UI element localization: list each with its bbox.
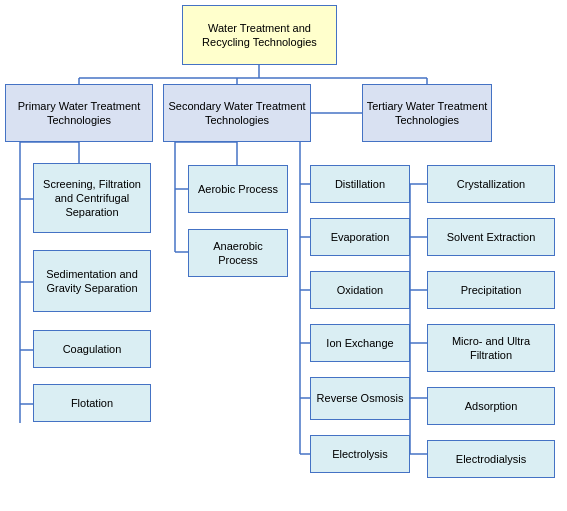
node-adsorption: Adsorption: [427, 387, 555, 425]
node-root: Water Treatment and Recycling Technologi…: [182, 5, 337, 65]
node-reverse-osmosis: Reverse Osmosis: [310, 377, 410, 420]
node-precipitation: Precipitation: [427, 271, 555, 309]
node-oxidation: Oxidation: [310, 271, 410, 309]
node-primary: Primary Water Treatment Technologies: [5, 84, 153, 142]
node-ion-exchange: Ion Exchange: [310, 324, 410, 362]
chart-container: Water Treatment and Recycling Technologi…: [0, 0, 567, 511]
node-distillation: Distillation: [310, 165, 410, 203]
node-microfiltration: Micro- and Ultra Filtration: [427, 324, 555, 372]
node-secondary: Secondary Water Treatment Technologies: [163, 84, 311, 142]
node-evaporation: Evaporation: [310, 218, 410, 256]
node-tertiary: Tertiary Water Treatment Technologies: [362, 84, 492, 142]
node-coagulation: Coagulation: [33, 330, 151, 368]
node-electrodialysis: Electrodialysis: [427, 440, 555, 478]
node-solvent-extraction: Solvent Extraction: [427, 218, 555, 256]
node-electrolysis: Electrolysis: [310, 435, 410, 473]
node-sedimentation: Sedimentation and Gravity Separation: [33, 250, 151, 312]
node-aerobic: Aerobic Process: [188, 165, 288, 213]
node-screening: Screening, Filtration and Centrifugal Se…: [33, 163, 151, 233]
node-anaerobic: Anaerobic Process: [188, 229, 288, 277]
node-crystallization: Crystallization: [427, 165, 555, 203]
node-flotation: Flotation: [33, 384, 151, 422]
